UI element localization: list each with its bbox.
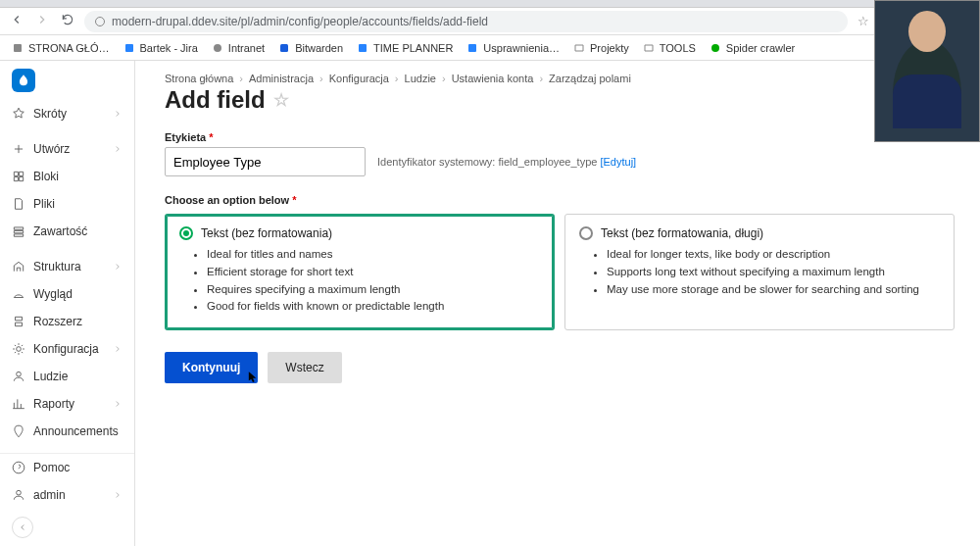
chevron-right-icon	[113, 144, 122, 154]
sidebar-item-label: Pliki	[33, 197, 55, 211]
svg-point-7	[711, 44, 719, 52]
browser-tab-strip	[0, 0, 980, 8]
option-bullet: Good for fields with known or predictabl…	[207, 298, 540, 316]
sidebar-item-label: Konfiguracja	[33, 342, 99, 356]
bookmark-label: Intranet	[228, 42, 265, 54]
bookmark-label: Projekty	[590, 42, 629, 54]
bookmark-label: Bitwarden	[295, 42, 343, 54]
forward-icon[interactable]	[35, 13, 49, 29]
sidebar-item-struktura[interactable]: Struktura	[0, 253, 134, 280]
url-text: modern-drupal.ddev.site/pl/admin/config/…	[112, 15, 488, 28]
bookmark-item[interactable]: TOOLS	[643, 42, 696, 54]
chevron-right-icon	[113, 109, 122, 119]
url-bar[interactable]: modern-drupal.ddev.site/pl/admin/config/…	[84, 11, 848, 32]
svg-rect-1	[14, 44, 22, 52]
star-icon[interactable]: ☆	[858, 14, 869, 28]
continue-button[interactable]: Kontynuuj	[165, 352, 258, 383]
site-info-icon	[94, 16, 106, 27]
sidebar-item-wygląd[interactable]: Wygląd	[0, 280, 134, 308]
bookmark-label: Spider crawler	[726, 42, 795, 54]
breadcrumb-separator: ›	[319, 73, 323, 84]
option-bullet: Ideal for titles and names	[207, 246, 540, 264]
sidebar-item-pliki[interactable]: Pliki	[0, 190, 134, 218]
radio-icon	[179, 226, 193, 240]
sidebar-item-announcements[interactable]: Announcements	[0, 418, 134, 445]
sidebar-collapse-button[interactable]	[12, 517, 33, 538]
field-type-option[interactable]: Tekst (bez formatowania, długi)Ideal for…	[564, 214, 955, 330]
machine-name-edit-link[interactable]: [Edytuj]	[600, 156, 636, 168]
bookmark-item[interactable]: Spider crawler	[710, 42, 795, 54]
sidebar-item-label: Bloki	[33, 170, 59, 183]
sidebar-bottom-admin[interactable]: admin	[0, 481, 134, 509]
bookmark-item[interactable]: TIME PLANNER	[357, 42, 453, 54]
sidebar-item-ludzie[interactable]: Ludzie	[0, 363, 134, 390]
machine-name-text: Identyfikator systemowy: field_employee_…	[377, 156, 636, 168]
back-icon[interactable]	[10, 13, 24, 29]
bookmark-item[interactable]: STRONA GŁÓ…	[12, 42, 110, 54]
sidebar-item-bloki[interactable]: Bloki	[0, 163, 134, 190]
back-button[interactable]: Wstecz	[268, 352, 341, 383]
svg-rect-6	[468, 44, 476, 52]
sidebar-item-rozszerz[interactable]: Rozszerz	[0, 308, 134, 335]
main-content: Strona główna›Administracja›Konfiguracja…	[135, 61, 980, 546]
sidebar-item-konfiguracja[interactable]: Konfiguracja	[0, 335, 134, 363]
label-field-label: Etykieta *	[165, 131, 955, 143]
svg-rect-4	[280, 44, 288, 52]
sidebar-item-label: Struktura	[33, 260, 81, 273]
sidebar-item-label: Rozszerz	[33, 315, 82, 328]
breadcrumb-link: Zarządzaj polami	[549, 73, 631, 84]
drupal-logo[interactable]	[12, 69, 35, 92]
breadcrumb-link[interactable]: Ludzie	[405, 73, 436, 84]
bookmark-item[interactable]: Projekty	[573, 42, 629, 54]
bookmark-label: STRONA GŁÓ…	[28, 42, 110, 54]
webcam-overlay	[874, 0, 980, 142]
breadcrumb-link[interactable]: Strona główna	[165, 73, 233, 84]
reload-icon[interactable]	[61, 13, 74, 29]
sidebar-item-label: Raporty	[33, 397, 74, 411]
option-bullet: May use more storage and be slower for s…	[607, 281, 940, 299]
sidebar-bottom-pomoc[interactable]: Pomoc	[0, 454, 134, 481]
svg-rect-5	[359, 44, 367, 52]
breadcrumb-separator: ›	[239, 73, 243, 84]
sidebar-item-label: Zawartość	[33, 224, 87, 238]
chevron-right-icon	[113, 344, 122, 354]
admin-sidebar: SkrótyUtwórzBlokiPlikiZawartośćStruktura…	[0, 61, 135, 546]
bookmark-label: Bartek - Jira	[140, 42, 198, 54]
option-title: Tekst (bez formatowania, długi)	[601, 226, 763, 240]
option-bullet: Supports long text without specifying a …	[607, 264, 940, 281]
sidebar-item-skróty[interactable]: Skróty	[0, 100, 134, 127]
bookmark-item[interactable]: Bartek - Jira	[123, 42, 198, 54]
breadcrumb-link[interactable]: Ustawienia konta	[452, 73, 534, 84]
bookmark-label: Usprawnienia…	[483, 42, 560, 54]
bookmark-item[interactable]: Usprawnienia…	[466, 42, 560, 54]
favorite-star-icon[interactable]: ☆	[273, 89, 289, 111]
sidebar-item-raporty[interactable]: Raporty	[0, 390, 134, 418]
svg-point-3	[214, 44, 221, 52]
chevron-right-icon	[113, 399, 122, 409]
page-title-text: Add field	[165, 86, 266, 114]
label-input[interactable]	[165, 147, 366, 176]
browser-address-bar: modern-drupal.ddev.site/pl/admin/config/…	[0, 8, 980, 35]
bookmark-item[interactable]: Intranet	[212, 42, 265, 54]
field-type-option[interactable]: Tekst (bez formatowania)Ideal for titles…	[165, 214, 555, 330]
sidebar-item-label: Utwórz	[33, 142, 70, 156]
breadcrumb-separator: ›	[442, 73, 446, 84]
choose-option-label: Choose an option below *	[165, 194, 955, 206]
chevron-right-icon	[113, 490, 122, 500]
option-title: Tekst (bez formatowania)	[201, 226, 332, 240]
sidebar-item-label: Announcements	[33, 424, 119, 438]
sidebar-item-label: admin	[33, 488, 66, 502]
sidebar-item-label: Wygląd	[33, 287, 73, 301]
breadcrumb-separator: ›	[539, 73, 543, 84]
sidebar-item-utwórz[interactable]: Utwórz	[0, 135, 134, 163]
radio-icon	[579, 226, 593, 240]
bookmark-item[interactable]: Bitwarden	[278, 42, 343, 54]
option-bullet: Requires specifying a maximum length	[207, 281, 540, 299]
sidebar-item-label: Ludzie	[33, 370, 68, 383]
bookmark-label: TIME PLANNER	[373, 42, 453, 54]
option-bullet: Ideal for longer texts, like body or des…	[607, 246, 940, 264]
sidebar-item-zawartość[interactable]: Zawartość	[0, 218, 134, 245]
breadcrumb-link[interactable]: Administracja	[249, 73, 314, 84]
bookmark-label: TOOLS	[660, 42, 696, 54]
breadcrumb-link[interactable]: Konfiguracja	[329, 73, 389, 84]
